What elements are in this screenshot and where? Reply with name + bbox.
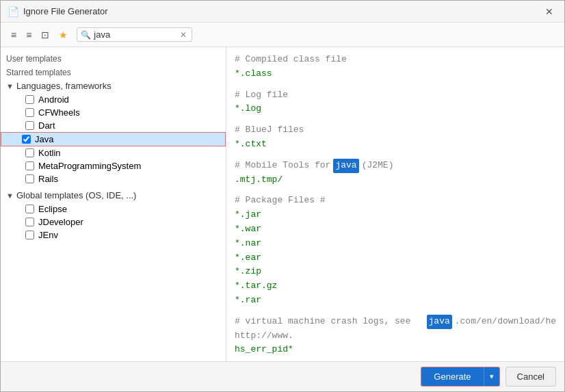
- metaprogramming-label: MetaProgrammingSystem: [38, 161, 141, 171]
- list-item[interactable]: Rails: [1, 172, 226, 185]
- android-checkbox[interactable]: [25, 95, 34, 104]
- comment-text: .com/en/download/he: [455, 315, 556, 329]
- toolbar-btn2[interactable]: ≡: [23, 27, 35, 42]
- kotlin-checkbox[interactable]: [25, 148, 34, 157]
- right-panel: # Compiled class file *.class # Log file…: [226, 47, 564, 361]
- list-item[interactable]: MetaProgrammingSystem: [1, 159, 226, 172]
- code-line: # Compiled class file: [235, 53, 556, 67]
- jenv-checkbox[interactable]: [25, 231, 34, 239]
- app-icon: 📄: [8, 6, 19, 17]
- code-line: *.rar: [235, 293, 556, 308]
- toolbar: ≡ ≡ ⊡ ★ 🔍 ✕: [1, 23, 564, 47]
- footer: Generate ▾ Cancel: [1, 361, 564, 391]
- search-icon: 🔍: [81, 30, 91, 40]
- value-text: *.war: [235, 222, 261, 237]
- close-button[interactable]: ✕: [541, 5, 557, 18]
- java-checkbox[interactable]: [22, 135, 31, 144]
- code-line: *.war: [235, 222, 556, 237]
- java-highlight2: java: [427, 315, 452, 329]
- global-section-header[interactable]: ▼ Global templates (OS, IDE, ...): [1, 188, 226, 202]
- toolbar-star-btn[interactable]: ★: [55, 27, 71, 42]
- jdeveloper-label: JDeveloper: [38, 217, 83, 227]
- generate-button[interactable]: Generate: [421, 367, 483, 387]
- user-templates-label: User templates: [1, 51, 226, 65]
- comment-text: # Package Files #: [235, 194, 326, 208]
- toolbar-btn1[interactable]: ≡: [8, 27, 20, 42]
- rails-checkbox[interactable]: [25, 174, 34, 183]
- code-line: *.nar: [235, 237, 556, 251]
- code-line: .mtj.tmp/: [235, 173, 556, 187]
- value-text: *.ear: [235, 251, 261, 265]
- value-text: *.zip: [235, 265, 261, 279]
- value-text: *.rar: [235, 293, 261, 308]
- code-line: *.jar: [235, 208, 556, 222]
- rails-label: Rails: [38, 174, 58, 184]
- code-line: *.tar.gz: [235, 279, 556, 293]
- search-clear-button[interactable]: ✕: [179, 30, 188, 40]
- code-line: *.class: [235, 67, 556, 81]
- value-text: hs_err_pid*: [235, 343, 293, 357]
- code-line: # Package Files #: [235, 194, 556, 208]
- list-item[interactable]: Eclipse: [1, 202, 226, 215]
- title-bar-left: 📄 Ignore File Generator: [8, 6, 108, 17]
- comment-text: # BlueJ files: [235, 123, 304, 138]
- list-item[interactable]: Dart: [1, 119, 226, 132]
- value-text: *.ctxt: [235, 138, 267, 152]
- starred-templates-label: Starred templates: [1, 65, 226, 79]
- cancel-button[interactable]: Cancel: [505, 367, 556, 387]
- dart-checkbox[interactable]: [25, 121, 34, 130]
- value-text: *.class: [235, 67, 272, 81]
- code-line: # Mobile Tools for java (J2ME): [235, 159, 556, 173]
- comment-text: # Compiled class file: [235, 53, 347, 67]
- languages-section-header[interactable]: ▼ Languages, frameworks: [1, 79, 226, 93]
- code-line: *.ear: [235, 251, 556, 265]
- list-item[interactable]: JDeveloper: [1, 215, 226, 228]
- cfwheels-label: CFWheels: [38, 107, 80, 118]
- list-item[interactable]: Kotlin: [1, 146, 226, 159]
- search-box: 🔍 ✕: [77, 27, 192, 42]
- eclipse-checkbox[interactable]: [25, 205, 34, 213]
- value-text: *.jar: [235, 208, 261, 222]
- list-item[interactable]: JEnv: [1, 228, 226, 241]
- jdeveloper-checkbox[interactable]: [25, 218, 34, 226]
- generate-button-group: Generate ▾: [421, 367, 499, 387]
- languages-arrow-icon: ▼: [6, 82, 14, 90]
- comment-text: # Mobile Tools for: [235, 159, 330, 173]
- left-panel: User templates Starred templates ▼ Langu…: [1, 47, 226, 361]
- java-highlight: java: [333, 159, 358, 173]
- value-text: *.tar.gz: [235, 279, 277, 293]
- code-line: *.log: [235, 102, 556, 116]
- code-line: *.zip: [235, 265, 556, 279]
- dialog-title: Ignore File Generator: [23, 6, 108, 16]
- dialog: 📄 Ignore File Generator ✕ ≡ ≡ ⊡ ★ 🔍 ✕ Us…: [0, 0, 565, 392]
- list-item[interactable]: Android: [1, 93, 226, 106]
- eclipse-label: Eclipse: [38, 204, 67, 214]
- search-input[interactable]: [94, 29, 176, 40]
- generate-dropdown-button[interactable]: ▾: [484, 367, 500, 387]
- list-item[interactable]: CFWheels: [1, 106, 226, 119]
- value-text: *.log: [235, 102, 261, 116]
- android-label: Android: [38, 94, 69, 105]
- kotlin-label: Kotlin: [38, 148, 61, 158]
- code-line: # virtual machine crash logs, see http:/…: [235, 315, 556, 343]
- code-line: # BlueJ files: [235, 123, 556, 138]
- value-text: *.nar: [235, 237, 261, 251]
- code-line: hs_err_pid*: [235, 343, 556, 357]
- toolbar-btn3[interactable]: ⊡: [38, 27, 53, 42]
- comment-text: # Log file: [235, 88, 288, 103]
- comment-text: # virtual machine crash logs, see http:/…: [235, 315, 424, 343]
- global-section-label: Global templates (OS, IDE, ...): [16, 190, 137, 200]
- dart-label: Dart: [38, 120, 55, 131]
- title-bar: 📄 Ignore File Generator ✕: [1, 1, 564, 23]
- jenv-label: JEnv: [38, 230, 58, 240]
- metaprogramming-checkbox[interactable]: [25, 161, 34, 170]
- comment-text: (J2ME): [362, 159, 394, 173]
- cfwheels-checkbox[interactable]: [25, 108, 34, 117]
- languages-section-label: Languages, frameworks: [16, 81, 111, 91]
- value-text: .mtj.tmp/: [235, 173, 282, 187]
- main-content: User templates Starred templates ▼ Langu…: [1, 47, 564, 361]
- java-label: Java: [35, 134, 53, 144]
- code-line: *.ctxt: [235, 138, 556, 152]
- java-list-item[interactable]: Java: [1, 132, 226, 146]
- code-line: # Log file: [235, 88, 556, 103]
